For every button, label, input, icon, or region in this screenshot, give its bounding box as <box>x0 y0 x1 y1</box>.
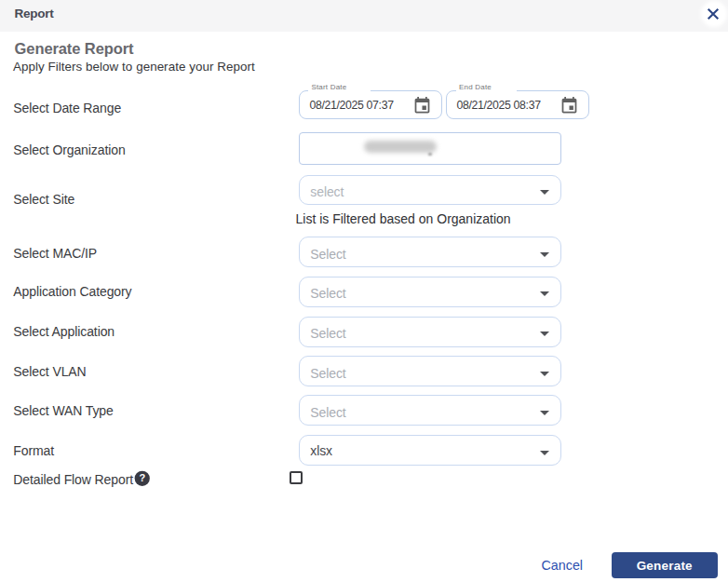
svg-text:?: ? <box>139 473 145 484</box>
